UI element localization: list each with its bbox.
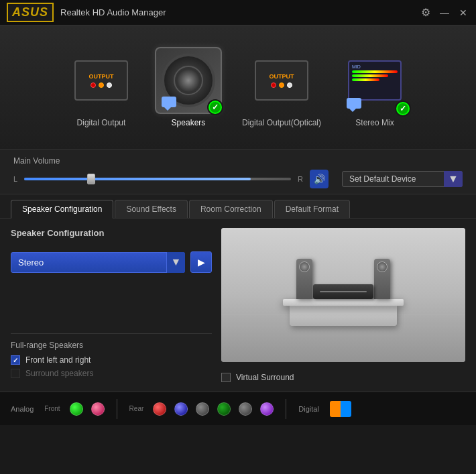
rear-purple-dot[interactable]: [260, 402, 274, 416]
floor-scene: [221, 228, 465, 362]
di-opt-dot-3: [287, 82, 292, 88]
tab-speaker-configuration[interactable]: Speaker Configuration: [11, 200, 113, 219]
volume-title: Main Volume: [13, 156, 463, 166]
shelf-body: [290, 306, 397, 326]
config-select-wrap: Stereo Quadraphonic 5.1 Surround 7.1 Sur…: [11, 252, 185, 273]
config-dropdown-row: Stereo Quadraphonic 5.1 Surround 7.1 Sur…: [11, 251, 212, 273]
sm-bar-3: [352, 78, 379, 81]
sm-check-icon: ✓: [396, 102, 410, 115]
device-icon-wrap-digital-output: OUTPUT: [68, 47, 135, 114]
asus-logo: ASUS: [7, 3, 54, 22]
digital-icon[interactable]: [330, 401, 351, 417]
di-dots-row: [91, 82, 112, 88]
settings-button[interactable]: ⚙: [420, 7, 432, 19]
speaker-config-select[interactable]: Stereo Quadraphonic 5.1 Surround 7.1 Sur…: [11, 252, 185, 273]
device-digital-output-optical[interactable]: OUTPUT Digital Output(Optical): [242, 47, 321, 127]
analog-label: Analog: [11, 405, 34, 413]
center-unit: [313, 284, 373, 299]
front-lr-row: Front left and right: [11, 355, 212, 365]
bottom-bar: Analog Front Rear Digital: [0, 392, 476, 425]
tab-sound-effects[interactable]: Sound Effects: [115, 200, 188, 218]
vol-fill: [24, 178, 251, 180]
di-dot-2: [99, 82, 104, 88]
left-speaker: [296, 259, 312, 299]
device-icon-wrap-stereo-mix: MID ✓: [341, 47, 408, 114]
title-bar: ASUS Realtek HD Audio Manager ⚙ — ✕: [0, 0, 476, 25]
rear-gray-dot[interactable]: [196, 402, 209, 416]
surround-checkbox[interactable]: [11, 369, 20, 378]
center-unit-line: [320, 291, 367, 292]
surround-label: Surround speakers: [25, 369, 93, 378]
di-dot-3: [107, 82, 112, 88]
front-label: Front: [44, 405, 60, 412]
divider-2: [286, 399, 286, 419]
rear-blue-dot[interactable]: [174, 402, 188, 416]
device-label-optical: Digital Output(Optical): [242, 118, 321, 127]
virtual-surround-label: Virtual Surround: [236, 373, 294, 382]
digital-icon-left: [330, 401, 341, 417]
window-controls: ⚙ — ✕: [420, 7, 469, 19]
device-strip: OUTPUT Digital Output ✓ Speakers OUTPUT: [0, 25, 476, 150]
volume-section: Main Volume L R 🔊 Set Default Device ▼: [0, 150, 476, 194]
front-lr-checkbox[interactable]: [11, 355, 20, 365]
digital-output-icon: OUTPUT: [74, 60, 128, 101]
active-badge: ✓: [207, 99, 223, 115]
sm-bar-2: [352, 74, 388, 77]
default-device-container: Set Default Device ▼: [342, 171, 463, 187]
check-icon: ✓: [209, 101, 222, 114]
speaker-icon-vol: 🔊: [314, 174, 325, 184]
floor-line-4: [221, 351, 465, 351]
left-speaker-cone: [299, 261, 310, 272]
sm-label: MID: [352, 64, 361, 69]
device-speakers[interactable]: ✓ Speakers: [155, 47, 222, 127]
tab-room-correction[interactable]: Room Correction: [189, 200, 273, 218]
default-device-select-wrap: Set Default Device ▼: [342, 171, 463, 187]
play-icon: ▶: [198, 257, 205, 268]
volume-slider[interactable]: [24, 174, 291, 184]
speaker-config-title: Speaker Configuration: [11, 228, 212, 238]
device-icon-wrap-speakers: ✓: [155, 47, 222, 114]
device-stereo-mix[interactable]: MID ✓ Stereo Mix: [341, 47, 408, 127]
virtual-surround-row: Virtual Surround: [221, 373, 465, 382]
di-optical-dots: [271, 82, 292, 88]
tabs-bar: Speaker Configuration Sound Effects Room…: [0, 194, 476, 219]
vol-track: [24, 178, 291, 180]
tab-default-format[interactable]: Default Format: [274, 200, 350, 218]
main-content: Speaker Configuration Stereo Quadraphoni…: [0, 219, 476, 392]
front-pink-dot[interactable]: [91, 402, 105, 416]
full-range-section: Full-range Speakers Front left and right…: [11, 333, 212, 382]
front-green-dot[interactable]: [70, 402, 83, 416]
app-title: Realtek HD Audio Manager: [60, 7, 420, 17]
chat-bubble-icon: [162, 97, 176, 107]
right-panel: Virtual Surround: [221, 228, 465, 382]
digital-output-optical-icon: OUTPUT: [255, 60, 308, 101]
digital-icon-right: [341, 401, 351, 417]
default-device-select[interactable]: Set Default Device: [342, 171, 463, 187]
minimize-button[interactable]: —: [438, 7, 451, 19]
rear-darkgreen-dot[interactable]: [217, 402, 231, 416]
digital-label: Digital: [298, 405, 319, 413]
sm-status-badge: ✓: [395, 101, 411, 117]
shelf-top: [283, 299, 404, 306]
rear-red-dot[interactable]: [153, 402, 166, 416]
di-optical-label: OUTPUT: [269, 73, 294, 80]
surround-row: Surround speakers: [11, 369, 212, 378]
di-opt-dot-2: [279, 82, 284, 88]
stereo-mix-icon: MID: [348, 60, 402, 101]
right-speaker-cone: [377, 261, 388, 272]
front-lr-label: Front left and right: [25, 355, 91, 365]
vol-thumb[interactable]: [87, 174, 95, 184]
rear-gray2-dot[interactable]: [239, 402, 252, 416]
divider-1: [117, 399, 117, 419]
play-button[interactable]: ▶: [190, 251, 212, 273]
close-button[interactable]: ✕: [457, 7, 469, 19]
di-output-label: OUTPUT: [88, 73, 113, 80]
device-label-stereo-mix: Stereo Mix: [355, 118, 394, 127]
di-opt-dot-1: [271, 82, 276, 88]
vol-left-label: L: [13, 175, 17, 183]
mute-button[interactable]: 🔊: [310, 170, 329, 188]
di-dot-1: [91, 82, 96, 88]
sm-chat-bubble: [347, 98, 361, 109]
virtual-surround-checkbox[interactable]: [221, 373, 231, 382]
device-digital-output[interactable]: OUTPUT Digital Output: [68, 47, 135, 127]
